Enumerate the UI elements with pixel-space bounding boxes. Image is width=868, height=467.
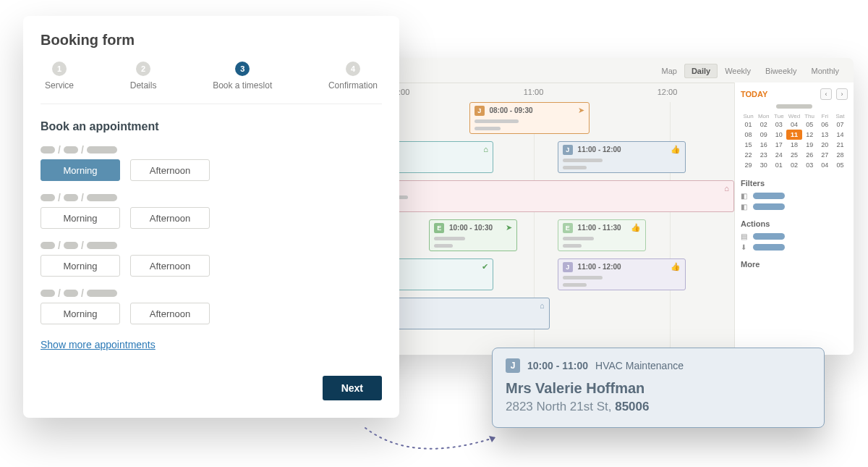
- mini-calendar-day[interactable]: 12: [802, 130, 817, 140]
- mini-calendar-day[interactable]: 30: [756, 160, 771, 170]
- show-more-link[interactable]: Show more appointments: [41, 339, 156, 350]
- tab-monthly[interactable]: Monthly: [804, 64, 846, 78]
- mini-calendar-day[interactable]: 14: [833, 130, 848, 140]
- event-time: 11:00 - 12:00: [578, 263, 621, 271]
- mini-calendar-day[interactable]: 26: [802, 150, 817, 160]
- mini-calendar-day[interactable]: 23: [756, 150, 771, 160]
- mini-calendar-day[interactable]: 03: [802, 160, 817, 170]
- step-confirmation[interactable]: 4 Confirmation: [328, 62, 378, 91]
- prev-button[interactable]: ‹: [820, 88, 832, 100]
- mini-calendar-day[interactable]: 01: [771, 160, 786, 170]
- step-timeslot[interactable]: 3 Book a timeslot: [213, 62, 272, 91]
- actions-heading: Actions: [741, 219, 848, 228]
- event-card[interactable]: E 10:00 - 10:30 ➤: [429, 219, 517, 251]
- filter-item[interactable]: [753, 193, 785, 199]
- event-card[interactable]: J 08:00 - 09:30 ➤: [469, 102, 590, 134]
- mini-calendar-day[interactable]: 27: [817, 150, 833, 160]
- month-label-placeholder: [776, 104, 812, 109]
- date-placeholder: //: [41, 290, 382, 297]
- slot-morning-button[interactable]: Morning: [41, 159, 120, 181]
- tab-map[interactable]: Map: [654, 64, 684, 78]
- mini-calendar-day[interactable]: 10: [771, 130, 786, 140]
- mini-calendar-day[interactable]: 18: [786, 140, 801, 150]
- mini-calendar-day[interactable]: 29: [741, 160, 756, 170]
- next-button[interactable]: Next: [323, 376, 382, 400]
- next-button[interactable]: ›: [836, 88, 848, 100]
- event-tag: J: [563, 262, 573, 272]
- download-icon: ⬇: [741, 243, 749, 251]
- booking-subheading: Book an appointment: [41, 120, 382, 133]
- slot-afternoon-button[interactable]: Afternoon: [130, 159, 210, 181]
- event-card[interactable]: E 11:00 - 11:30 👍: [558, 219, 646, 251]
- dow: Wed: [786, 113, 801, 119]
- filters-heading: Filters: [741, 179, 848, 188]
- view-tabs: Map Daily Weekly Biweekly Monthly: [654, 64, 846, 78]
- action-item[interactable]: [753, 233, 785, 240]
- calendar-sidebar: TODAY ‹ › Sun Mon Tue Wed Thu Fri Sat 01…: [734, 83, 854, 355]
- mini-calendar-day[interactable]: 04: [817, 160, 833, 170]
- mini-calendar-day[interactable]: 04: [786, 119, 801, 130]
- detail-address: 2823 North 21st St, 85006: [506, 400, 811, 414]
- print-icon: ▤: [741, 232, 749, 240]
- slot-group: // Morning Afternoon: [41, 242, 382, 277]
- dow: Mon: [756, 113, 771, 119]
- filter-icon: ◧: [741, 203, 749, 211]
- dow: Sat: [833, 113, 848, 119]
- mini-calendar-day[interactable]: 17: [771, 140, 786, 150]
- home-icon: ⌂: [540, 301, 545, 310]
- mini-calendar-day[interactable]: 22: [741, 150, 756, 160]
- tab-daily[interactable]: Daily: [684, 64, 718, 78]
- slot-afternoon-button[interactable]: Afternoon: [130, 303, 210, 324]
- step-details[interactable]: 2 Details: [130, 62, 157, 91]
- mini-calendar-day[interactable]: 03: [771, 119, 786, 130]
- mini-calendar-day[interactable]: 02: [756, 119, 771, 130]
- step-service[interactable]: 1 Service: [45, 62, 74, 91]
- mini-calendar-day[interactable]: 02: [786, 160, 801, 170]
- tab-weekly[interactable]: Weekly: [718, 64, 758, 78]
- action-item[interactable]: [753, 244, 785, 251]
- slot-morning-button[interactable]: Morning: [41, 303, 120, 324]
- event-card[interactable]: J 11:00 - 12:00 👍: [558, 141, 686, 173]
- mini-calendar[interactable]: Sun Mon Tue Wed Thu Fri Sat 010203040506…: [741, 113, 848, 170]
- slot-morning-button[interactable]: Morning: [41, 255, 120, 277]
- detail-service: HVAC Maintenance: [595, 360, 684, 371]
- mini-calendar-day[interactable]: 09: [756, 130, 771, 140]
- dow: Thu: [802, 113, 817, 119]
- hour-label: 11:00: [467, 88, 600, 96]
- step-dot: 1: [52, 62, 67, 76]
- more-heading: More: [741, 260, 848, 269]
- step-dot: 2: [136, 62, 150, 76]
- connector-arrow: [362, 424, 506, 460]
- mini-calendar-day[interactable]: 15: [741, 140, 756, 150]
- event-time: 08:00 - 09:30: [489, 106, 532, 114]
- mini-calendar-day[interactable]: 06: [817, 119, 833, 130]
- event-tag: E: [434, 223, 444, 233]
- mini-calendar-day[interactable]: 13: [817, 130, 833, 140]
- slot-afternoon-button[interactable]: Afternoon: [130, 207, 210, 229]
- filter-item[interactable]: [753, 203, 785, 210]
- event-card[interactable]: J 11:00 - 12:00 👍: [558, 258, 686, 290]
- mini-calendar-day[interactable]: 21: [833, 140, 848, 150]
- location-icon: ➤: [506, 223, 512, 232]
- mini-calendar-day[interactable]: 01: [741, 119, 756, 130]
- mini-calendar-day[interactable]: 24: [771, 150, 786, 160]
- date-placeholder: //: [41, 242, 382, 249]
- step-dot: 3: [235, 62, 250, 76]
- slot-afternoon-button[interactable]: Afternoon: [130, 255, 210, 277]
- mini-calendar-day[interactable]: 11: [786, 130, 801, 140]
- mini-calendar-day[interactable]: 28: [833, 150, 848, 160]
- mini-calendar-day[interactable]: 07: [833, 119, 848, 130]
- today-button[interactable]: TODAY: [741, 90, 767, 98]
- mini-calendar-day[interactable]: 20: [817, 140, 833, 150]
- dow: Fri: [817, 113, 833, 119]
- mini-calendar-day[interactable]: 16: [756, 140, 771, 150]
- mini-calendar-day[interactable]: 05: [833, 160, 848, 170]
- mini-calendar-day[interactable]: 25: [786, 150, 801, 160]
- tab-biweekly[interactable]: Biweekly: [758, 64, 804, 78]
- slot-morning-button[interactable]: Morning: [41, 207, 120, 229]
- dow: Tue: [771, 113, 786, 119]
- mini-calendar-day[interactable]: 08: [741, 130, 756, 140]
- filter-icon: ◧: [741, 192, 749, 200]
- mini-calendar-day[interactable]: 19: [802, 140, 817, 150]
- mini-calendar-day[interactable]: 05: [802, 119, 817, 130]
